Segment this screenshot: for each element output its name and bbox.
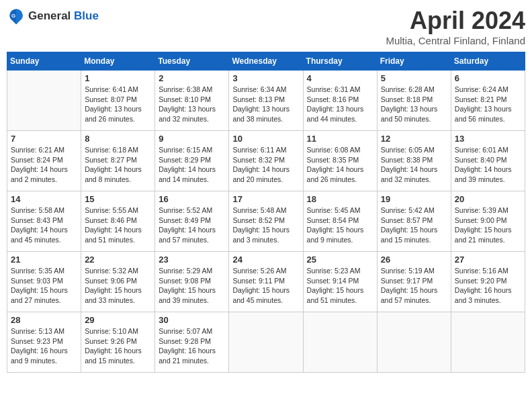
day-number: 13 [455, 134, 521, 144]
calendar-cell [451, 312, 525, 373]
day-info: Sunrise: 6:15 AM Sunset: 8:29 PM Dayligh… [159, 145, 225, 185]
day-info: Sunrise: 6:18 AM Sunset: 8:27 PM Dayligh… [85, 145, 151, 185]
day-number: 10 [232, 134, 299, 144]
day-info: Sunrise: 5:35 AM Sunset: 9:03 PM Dayligh… [11, 266, 77, 306]
calendar-header-row: SundayMondayTuesdayWednesdayThursdayFrid… [7, 52, 525, 71]
calendar-cell: 30Sunrise: 5:07 AM Sunset: 9:28 PM Dayli… [155, 312, 229, 373]
calendar-cell: 29Sunrise: 5:10 AM Sunset: 9:26 PM Dayli… [81, 312, 155, 373]
day-info: Sunrise: 5:58 AM Sunset: 8:43 PM Dayligh… [11, 205, 77, 245]
page-header: G General Blue April 2024 Multia, Centra… [7, 7, 525, 46]
day-number: 27 [455, 255, 521, 265]
column-header-monday: Monday [81, 52, 155, 71]
calendar-cell: 23Sunrise: 5:29 AM Sunset: 9:08 PM Dayli… [155, 252, 229, 312]
day-number: 8 [85, 134, 151, 144]
calendar-cell: 14Sunrise: 5:58 AM Sunset: 8:43 PM Dayli… [7, 191, 81, 252]
calendar-cell: 25Sunrise: 5:23 AM Sunset: 9:14 PM Dayli… [303, 252, 377, 312]
calendar-cell: 3Sunrise: 6:34 AM Sunset: 8:13 PM Daylig… [229, 71, 303, 131]
day-info: Sunrise: 5:39 AM Sunset: 9:00 PM Dayligh… [455, 205, 521, 245]
column-header-saturday: Saturday [451, 52, 525, 71]
logo-text: General Blue [28, 9, 99, 23]
day-number: 19 [381, 194, 447, 204]
calendar-cell [303, 312, 377, 373]
calendar-cell: 20Sunrise: 5:39 AM Sunset: 9:00 PM Dayli… [451, 191, 525, 252]
calendar-cell [229, 312, 303, 373]
location: Multia, Central Finland, Finland [386, 35, 525, 46]
day-number: 28 [11, 315, 77, 325]
column-header-wednesday: Wednesday [229, 52, 303, 71]
day-number: 3 [232, 73, 299, 83]
calendar-cell: 9Sunrise: 6:15 AM Sunset: 8:29 PM Daylig… [155, 131, 229, 191]
day-info: Sunrise: 6:01 AM Sunset: 8:40 PM Dayligh… [455, 145, 521, 185]
day-number: 18 [307, 194, 373, 204]
day-info: Sunrise: 5:26 AM Sunset: 9:11 PM Dayligh… [232, 266, 299, 306]
day-info: Sunrise: 5:55 AM Sunset: 8:46 PM Dayligh… [85, 205, 151, 245]
calendar-cell: 27Sunrise: 5:16 AM Sunset: 9:20 PM Dayli… [451, 252, 525, 312]
day-number: 5 [381, 73, 447, 83]
day-info: Sunrise: 5:48 AM Sunset: 8:52 PM Dayligh… [232, 205, 299, 245]
calendar-cell: 1Sunrise: 6:41 AM Sunset: 8:07 PM Daylig… [81, 71, 155, 131]
column-header-tuesday: Tuesday [155, 52, 229, 71]
day-info: Sunrise: 6:28 AM Sunset: 8:18 PM Dayligh… [381, 85, 447, 124]
day-number: 20 [455, 194, 521, 204]
day-number: 16 [159, 194, 225, 204]
day-info: Sunrise: 5:10 AM Sunset: 9:26 PM Dayligh… [85, 326, 151, 366]
calendar-cell: 19Sunrise: 5:42 AM Sunset: 8:57 PM Dayli… [377, 191, 451, 252]
day-info: Sunrise: 6:34 AM Sunset: 8:13 PM Dayligh… [232, 85, 299, 124]
day-number: 23 [159, 255, 225, 265]
day-number: 29 [85, 315, 151, 325]
calendar-cell: 2Sunrise: 6:38 AM Sunset: 8:10 PM Daylig… [155, 71, 229, 131]
calendar-cell: 10Sunrise: 6:11 AM Sunset: 8:32 PM Dayli… [229, 131, 303, 191]
day-info: Sunrise: 5:52 AM Sunset: 8:49 PM Dayligh… [159, 205, 225, 245]
day-info: Sunrise: 6:21 AM Sunset: 8:24 PM Dayligh… [11, 145, 77, 185]
day-number: 11 [307, 134, 373, 144]
calendar-cell: 12Sunrise: 6:05 AM Sunset: 8:38 PM Dayli… [377, 131, 451, 191]
calendar-week-2: 7Sunrise: 6:21 AM Sunset: 8:24 PM Daylig… [7, 131, 525, 191]
title-block: April 2024 Multia, Central Finland, Finl… [386, 7, 525, 46]
calendar-cell: 16Sunrise: 5:52 AM Sunset: 8:49 PM Dayli… [155, 191, 229, 252]
day-info: Sunrise: 6:41 AM Sunset: 8:07 PM Dayligh… [85, 85, 151, 124]
day-number: 21 [11, 255, 77, 265]
day-number: 6 [455, 73, 521, 83]
logo-general: General [28, 9, 71, 22]
calendar-cell: 15Sunrise: 5:55 AM Sunset: 8:46 PM Dayli… [81, 191, 155, 252]
calendar-cell: 4Sunrise: 6:31 AM Sunset: 8:16 PM Daylig… [303, 71, 377, 131]
logo-blue: Blue [74, 9, 99, 22]
day-number: 14 [11, 194, 77, 204]
day-info: Sunrise: 5:07 AM Sunset: 9:28 PM Dayligh… [159, 326, 225, 366]
calendar-cell: 22Sunrise: 5:32 AM Sunset: 9:06 PM Dayli… [81, 252, 155, 312]
calendar-cell: 5Sunrise: 6:28 AM Sunset: 8:18 PM Daylig… [377, 71, 451, 131]
calendar-cell: 18Sunrise: 5:45 AM Sunset: 8:54 PM Dayli… [303, 191, 377, 252]
day-info: Sunrise: 6:24 AM Sunset: 8:21 PM Dayligh… [455, 85, 521, 124]
day-number: 4 [307, 73, 373, 83]
calendar-cell: 7Sunrise: 6:21 AM Sunset: 8:24 PM Daylig… [7, 131, 81, 191]
calendar-week-5: 28Sunrise: 5:13 AM Sunset: 9:23 PM Dayli… [7, 312, 525, 373]
day-number: 2 [159, 73, 225, 83]
day-number: 9 [159, 134, 225, 144]
calendar-week-3: 14Sunrise: 5:58 AM Sunset: 8:43 PM Dayli… [7, 191, 525, 252]
day-info: Sunrise: 6:05 AM Sunset: 8:38 PM Dayligh… [381, 145, 447, 185]
column-header-thursday: Thursday [303, 52, 377, 71]
calendar-cell: 13Sunrise: 6:01 AM Sunset: 8:40 PM Dayli… [451, 131, 525, 191]
column-header-sunday: Sunday [7, 52, 81, 71]
day-number: 30 [159, 315, 225, 325]
svg-text:G: G [11, 13, 15, 19]
calendar-cell: 26Sunrise: 5:19 AM Sunset: 9:17 PM Dayli… [377, 252, 451, 312]
day-info: Sunrise: 5:13 AM Sunset: 9:23 PM Dayligh… [11, 326, 77, 366]
calendar-table: SundayMondayTuesdayWednesdayThursdayFrid… [7, 52, 525, 373]
day-number: 26 [381, 255, 447, 265]
day-number: 17 [232, 194, 299, 204]
day-number: 22 [85, 255, 151, 265]
day-info: Sunrise: 5:42 AM Sunset: 8:57 PM Dayligh… [381, 205, 447, 245]
calendar-cell: 11Sunrise: 6:08 AM Sunset: 8:35 PM Dayli… [303, 131, 377, 191]
day-info: Sunrise: 6:38 AM Sunset: 8:10 PM Dayligh… [159, 85, 225, 124]
day-info: Sunrise: 5:23 AM Sunset: 9:14 PM Dayligh… [307, 266, 373, 306]
calendar-cell: 21Sunrise: 5:35 AM Sunset: 9:03 PM Dayli… [7, 252, 81, 312]
day-info: Sunrise: 5:16 AM Sunset: 9:20 PM Dayligh… [455, 266, 521, 306]
calendar-week-1: 1Sunrise: 6:41 AM Sunset: 8:07 PM Daylig… [7, 71, 525, 131]
day-number: 15 [85, 194, 151, 204]
day-info: Sunrise: 6:11 AM Sunset: 8:32 PM Dayligh… [232, 145, 299, 185]
day-number: 24 [232, 255, 299, 265]
day-number: 7 [11, 134, 77, 144]
calendar-cell: 6Sunrise: 6:24 AM Sunset: 8:21 PM Daylig… [451, 71, 525, 131]
column-header-friday: Friday [377, 52, 451, 71]
